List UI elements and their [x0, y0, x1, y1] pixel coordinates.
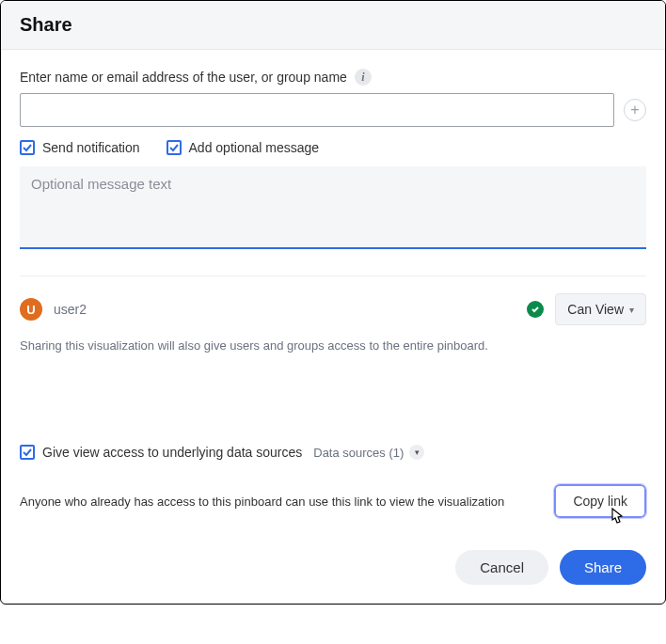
- copy-link-text: Anyone who already has access to this pi…: [20, 495, 543, 509]
- share-dialog: Share Enter name or email address of the…: [0, 0, 666, 605]
- info-icon[interactable]: i: [355, 69, 372, 86]
- optional-message-input[interactable]: [20, 166, 646, 249]
- checkbox-checked-icon: [166, 140, 182, 155]
- permission-dropdown[interactable]: Can View ▾: [555, 293, 646, 325]
- section-divider: [20, 275, 646, 276]
- dialog-header: Share: [1, 1, 665, 50]
- copy-link-row: Anyone who already has access to this pi…: [20, 484, 646, 518]
- copy-link-button[interactable]: Copy link: [554, 484, 646, 518]
- dialog-body: Enter name or email address of the user,…: [1, 50, 665, 604]
- chevron-down-icon: ▾: [409, 445, 424, 460]
- add-optional-message-label: Add optional message: [189, 140, 320, 155]
- copy-link-button-label: Copy link: [573, 494, 627, 509]
- avatar: U: [20, 298, 42, 321]
- data-sources-link-label: Data sources (1): [313, 446, 404, 460]
- permission-value: Can View: [567, 302, 624, 317]
- recipient-input[interactable]: [20, 93, 614, 127]
- status-ok-icon: [527, 301, 544, 318]
- checkbox-checked-icon: [20, 140, 35, 155]
- recipient-label: Enter name or email address of the user,…: [20, 70, 347, 85]
- share-button[interactable]: Share: [560, 550, 646, 585]
- recipient-label-row: Enter name or email address of the user,…: [20, 69, 646, 86]
- share-list-row: U user2 Can View ▾: [20, 293, 646, 325]
- share-help-text: Sharing this visualization will also giv…: [20, 338, 646, 353]
- cancel-button[interactable]: Cancel: [455, 550, 548, 585]
- chevron-down-icon: ▾: [629, 305, 634, 315]
- recipient-input-row: +: [20, 93, 646, 127]
- dialog-footer: Cancel Share: [20, 550, 646, 585]
- data-sources-row: Give view access to underlying data sour…: [20, 445, 646, 460]
- send-notification-label: Send notification: [42, 140, 140, 155]
- dialog-title: Share: [20, 14, 646, 36]
- checkbox-checked-icon: [20, 445, 35, 460]
- data-sources-toggle[interactable]: Data sources (1) ▾: [313, 445, 424, 460]
- options-row: Send notification Add optional message: [20, 140, 646, 155]
- data-sources-label: Give view access to underlying data sour…: [42, 445, 302, 460]
- add-optional-message-checkbox[interactable]: Add optional message: [166, 140, 320, 155]
- spacer: [20, 360, 646, 445]
- send-notification-checkbox[interactable]: Send notification: [20, 140, 140, 155]
- share-user-name: user2: [54, 302, 515, 317]
- data-sources-checkbox[interactable]: Give view access to underlying data sour…: [20, 445, 302, 460]
- add-recipient-button[interactable]: +: [624, 99, 646, 121]
